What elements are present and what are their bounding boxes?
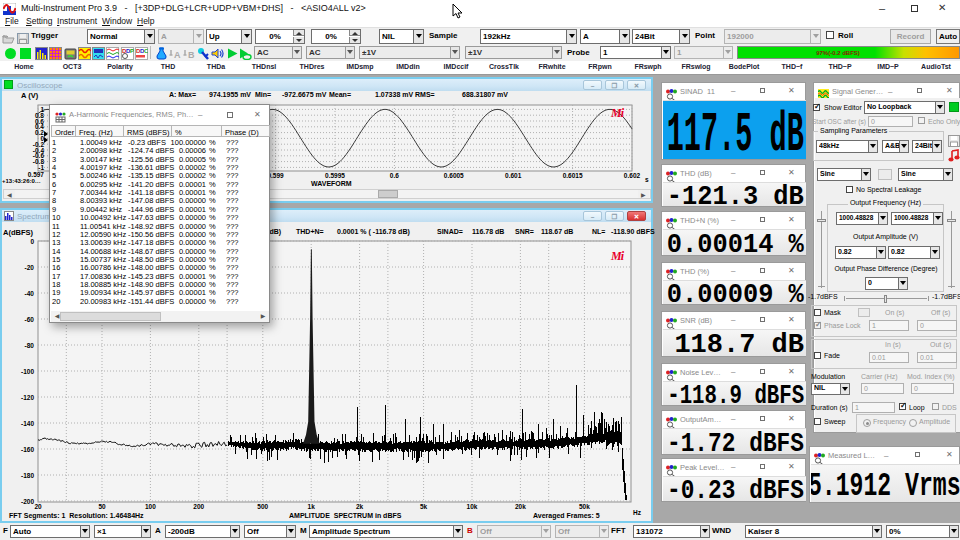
svg-text:A: A	[174, 50, 181, 60]
svg-text:P: P	[130, 48, 134, 54]
svg-text:C: C	[144, 48, 148, 54]
svg-text:B: B	[188, 50, 195, 60]
